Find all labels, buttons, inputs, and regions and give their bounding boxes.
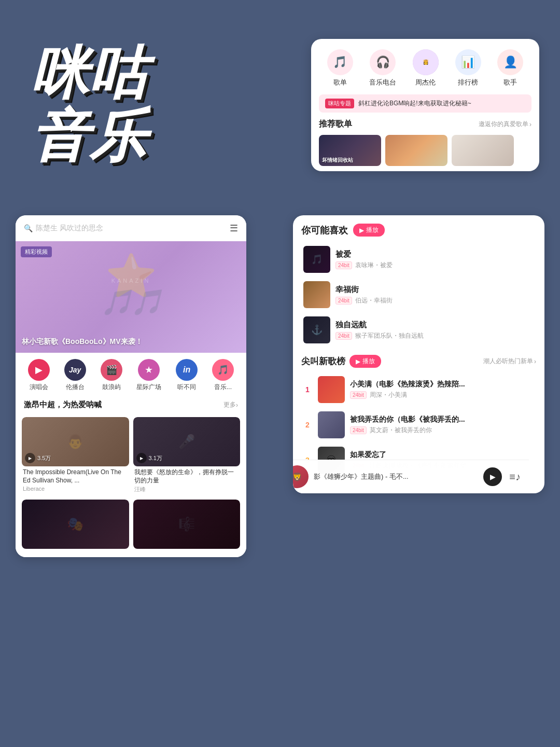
video-card-4[interactable]: 🎼 <box>133 500 241 553</box>
nav-item-radio[interactable]: 🎧 音乐电台 <box>369 49 396 87</box>
play-circle-2: ▶ <box>136 453 147 463</box>
section-row: 激昂中超，为热爱呐喊 更多 › <box>24 400 238 410</box>
promo-text: 斜杠进化论BGM响起!来电获取进化秘籍~ <box>358 99 471 108</box>
chart-rank-2: 2 <box>302 421 313 429</box>
song-item-happy-street[interactable]: 幸福街 24bit 伯远・幸福街 <box>301 278 536 311</box>
nav-item-singer[interactable]: 👤 歌手 <box>497 49 523 87</box>
chart-rank-1: 1 <box>302 385 313 394</box>
song-artist-1: 伯远・幸福街 <box>355 296 393 305</box>
video-info-3 <box>22 549 129 553</box>
video-badge: 精彩视频 <box>21 246 52 257</box>
cat-gulangyu[interactable]: 🎬 鼓浪屿 <box>101 359 122 392</box>
like-play-btn[interactable]: ▶ 播放 <box>353 224 385 237</box>
song-name-happy: 幸福街 <box>335 285 534 295</box>
nav-item-playlist[interactable]: 🎵 歌单 <box>327 49 353 87</box>
recommended-title: 推荐歌单 <box>319 119 352 130</box>
promo-banner[interactable]: 咪咕专题 斜杠进化论BGM响起!来电获取进化秘籍~ <box>319 94 531 113</box>
song-item-solo-voyage[interactable]: ⚓ 独自远航 24bit 猴子军团乐队・独自远航 <box>301 313 536 347</box>
bit-badge-0: 24bit <box>335 261 352 269</box>
video-info-1: The Impossible Dream(Live On The Ed Sull… <box>22 466 129 494</box>
singer-icon: 👤 <box>497 49 523 75</box>
chart-name-2: 被我弄丢的你（电影《被我弄丢的... <box>350 415 469 424</box>
video-artist-1: Liberace <box>23 486 128 492</box>
cat-music[interactable]: 🎵 音乐... <box>212 359 234 392</box>
playlist-item-2[interactable] <box>385 135 447 166</box>
song-item-beloved[interactable]: 🎵 被爱 24bit 袁咏琳・被爱 <box>301 243 536 276</box>
category-row: ▶ 演唱会 Jay 伦播台 🎬 鼓浪屿 ★ 星际广场 in 听不同 🎵 音乐.. <box>16 353 246 395</box>
cat-jay[interactable]: Jay 伦播台 <box>64 359 86 392</box>
cat-icon-in: in <box>176 359 198 381</box>
cat-icon-gulangyu: 🎬 <box>101 359 122 381</box>
chart-artist-2: 莫文蔚・被我弄丢的你 <box>370 426 432 435</box>
cat-star-plaza[interactable]: ★ 星际广场 <box>136 359 161 392</box>
chart-thumb-1 <box>318 376 345 403</box>
new-play-icon: ▶ <box>356 358 360 365</box>
cat-label-concert: 演唱会 <box>30 383 48 392</box>
cat-listen-diff[interactable]: in 听不同 <box>176 359 198 392</box>
song-name-beloved: 被爱 <box>335 250 534 259</box>
chart-thumb-2 <box>318 411 345 438</box>
chart-icon: 📊 <box>455 49 481 75</box>
song-name-voyage: 独自远航 <box>335 320 534 330</box>
new-songs-play-btn[interactable]: ▶ 播放 <box>349 355 381 368</box>
cat-label-gulangyu: 鼓浪屿 <box>102 383 121 392</box>
video-thumb-2: 🎤 ▶ 3.1万 <box>133 417 241 466</box>
play-icon: ▶ <box>359 227 364 234</box>
like-section-header: 你可能喜欢 ▶ 播放 <box>301 224 536 237</box>
search-inner[interactable]: 🔍 陈楚生 风吹过的思念 <box>24 224 230 233</box>
chart-name-3: 如果爱忘了 <box>350 450 469 460</box>
video-info-4 <box>133 549 241 553</box>
search-placeholder: 陈楚生 风吹过的思念 <box>36 224 103 233</box>
title-line2: 音乐 <box>31 104 147 167</box>
nav-item-jay[interactable]: 👸 周杰伦 <box>413 49 439 87</box>
player-play-button[interactable]: ▶ <box>483 467 502 486</box>
cat-concert[interactable]: ▶ 演唱会 <box>28 359 50 392</box>
video-thumb-4: 🎼 <box>133 500 241 549</box>
song-meta-voyage: 24bit 猴子军团乐队・独自远航 <box>335 331 534 340</box>
nav-label-singer: 歌手 <box>503 78 517 87</box>
recommended-link[interactable]: 邀返你的真爱歌单 › <box>479 120 531 129</box>
like-title: 你可能喜欢 <box>301 224 348 237</box>
menu-icon[interactable]: ☰ <box>230 223 238 234</box>
playlist-item-1[interactable]: 坏情绪回收站 <box>319 135 381 166</box>
chart-artist-1: 周深・小美满 <box>370 391 407 399</box>
nav-label-playlist: 歌单 <box>333 78 347 87</box>
player-list-icon[interactable]: ≡♪ <box>509 471 521 483</box>
song-artist-0: 袁咏琳・被爱 <box>355 261 393 270</box>
jay-icon: 👸 <box>413 49 439 75</box>
video-card-1[interactable]: 👨 ▶ 3.5万 The Impossible Dream(Live On Th… <box>22 417 129 495</box>
cat-label-in: 听不同 <box>177 383 196 392</box>
video-title-1: The Impossible Dream(Live On The Ed Sull… <box>23 468 128 485</box>
nav-label-jay: 周杰伦 <box>415 78 436 87</box>
video-info-2: 我想要《怒放的生命》，拥有挣脱一切的力量 汪峰 <box>133 466 241 495</box>
video-banner[interactable]: 精彩视频 ⭐ KANAZIN 🎵🎵 林小宅新歌《BooBooLo》MV来袭！ <box>16 241 246 353</box>
song-meta-beloved: 24bit 袁咏琳・被爱 <box>335 261 534 270</box>
video-card-3[interactable]: 🎭 <box>22 500 129 553</box>
song-thumb-happy <box>303 281 330 308</box>
playlist-item-3[interactable] <box>452 135 514 166</box>
chart-song-2[interactable]: 2 被我弄丢的你（电影《被我弄丢的... 24bit 莫文蔚・被我弄丢的你 <box>301 408 536 441</box>
video-card-2[interactable]: 🎤 ▶ 3.1万 我想要《怒放的生命》，拥有挣脱一切的力量 汪峰 <box>133 417 241 495</box>
playlist-label-1: 坏情绪回收站 <box>322 157 353 164</box>
video-thumb-1: 👨 ▶ 3.5万 <box>22 417 129 466</box>
chart-song-1[interactable]: 1 小美满（电影《热辣滚烫》热辣陪... 24bit 周深・小美满 <box>301 373 536 406</box>
new-songs-link[interactable]: 潮人必听热门新单 › <box>483 357 536 366</box>
video-thumb-3: 🎭 <box>22 500 129 549</box>
chart-meta-1: 24bit 周深・小美满 <box>350 391 535 399</box>
view-count-1: 3.5万 <box>37 454 51 462</box>
view-count-2: 3.1万 <box>149 454 162 462</box>
svg-text:👸: 👸 <box>423 59 429 65</box>
cat-icon-concert: ▶ <box>28 359 50 381</box>
song-meta-happy: 24bit 伯远・幸福街 <box>335 296 534 305</box>
nav-item-chart[interactable]: 📊 排行榜 <box>455 49 481 87</box>
new-songs-section: 尖叫新歌榜 ▶ 播放 潮人必听热门新单 › 1 小美满（电影《热辣滚烫》热辣陪.… <box>301 355 536 477</box>
more-link[interactable]: 更多 › <box>223 400 238 409</box>
song-info-voyage: 独自远航 24bit 猴子军团乐队・独自远航 <box>335 320 534 340</box>
video-grid-row2: 🎭 🎼 <box>16 500 246 557</box>
bottom-right-card: 你可能喜欢 ▶ 播放 🎵 被爱 24bit 袁咏琳・被爱 <box>293 215 544 493</box>
cat-label-star: 星际广场 <box>136 383 161 392</box>
song-thumb-voyage: ⚓ <box>303 316 330 343</box>
player-info: 影《雄狮少年》主题曲) - 毛不... <box>314 472 478 481</box>
nav-label-chart: 排行榜 <box>458 78 478 87</box>
playlist-row: 坏情绪回收站 <box>319 135 531 166</box>
